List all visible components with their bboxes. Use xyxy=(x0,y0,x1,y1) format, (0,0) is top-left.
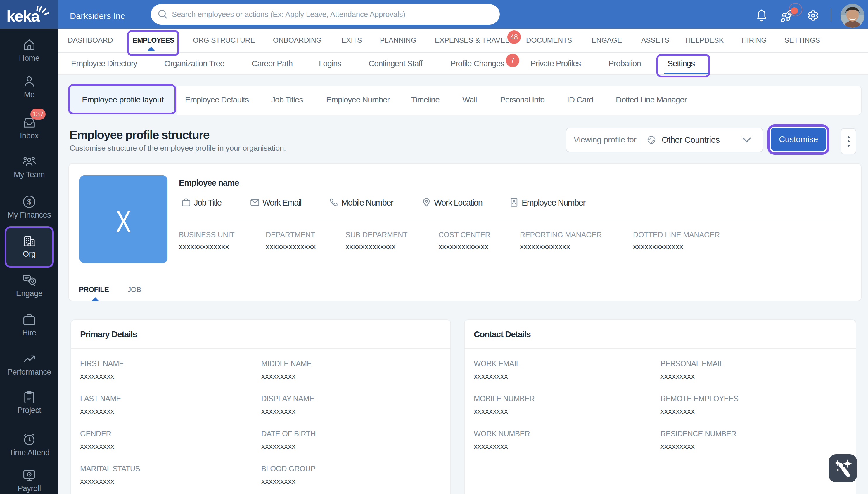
svg-text:$: $ xyxy=(27,198,31,206)
svg-text:keka: keka xyxy=(6,7,40,25)
